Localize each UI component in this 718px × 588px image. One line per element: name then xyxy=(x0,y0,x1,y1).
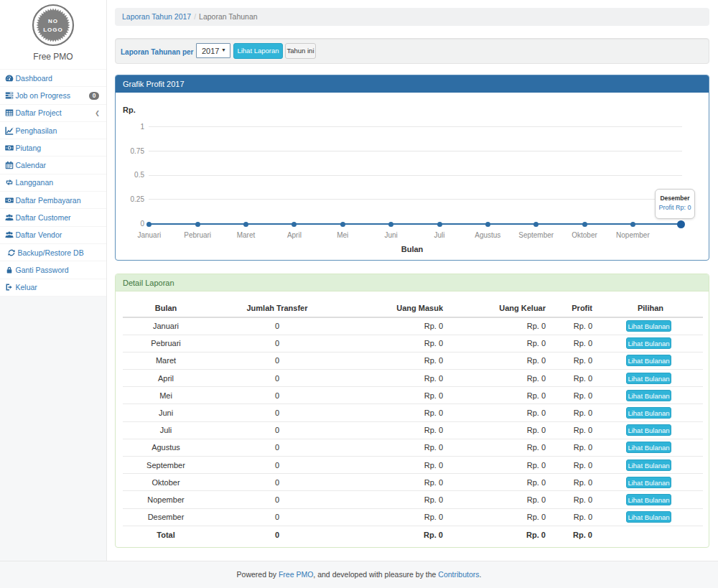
svg-text:NO: NO xyxy=(48,18,58,24)
svg-text:LOGO: LOGO xyxy=(43,27,63,33)
